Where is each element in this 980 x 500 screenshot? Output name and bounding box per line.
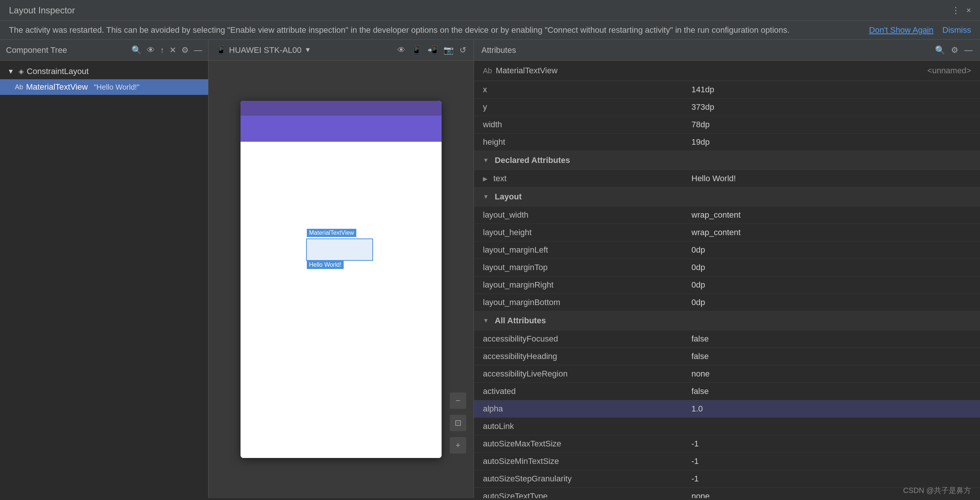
top-bar: Layout Inspector ⋮ × — [0, 0, 980, 21]
text-view-icon: Ab — [15, 83, 23, 91]
refresh-button[interactable]: ↺ — [460, 45, 466, 55]
search-attributes-button[interactable]: 🔍 — [935, 45, 945, 55]
attr-row-margin-bottom: layout_marginBottom 0dp — [474, 294, 980, 311]
attr-row-accessibility-heading: accessibilityHeading false — [474, 348, 980, 365]
phone-status-bar — [240, 101, 442, 116]
attr-val-autosize-max: -1 — [691, 439, 971, 449]
preview-side-tools: − ⊡ + — [450, 392, 466, 454]
center-toolbar-icons: 👁 📱 📲 📷 ↺ — [397, 45, 466, 55]
element-label-bottom: Hello World! — [307, 261, 344, 269]
attr-key-layout-width: layout_width — [483, 210, 691, 220]
attr-val-text: Hello World! — [691, 174, 971, 183]
attr-key-autosize-min: autoSizeMinTextSize — [483, 457, 691, 466]
info-banner: The activity was restarted. This can be … — [0, 21, 980, 40]
settings-button[interactable]: ⚙ — [181, 45, 189, 55]
attr-val-height: 19dp — [691, 137, 971, 147]
close-tree-button[interactable]: ✕ — [169, 45, 176, 55]
device-selector[interactable]: 📱 HUAWEI STK-AL00 ▼ — [216, 45, 311, 55]
more-options-button[interactable]: ⋮ — [951, 5, 960, 16]
attr-row-autosize-max: autoSizeMaxTextSize -1 — [474, 435, 980, 453]
attr-row-x: x 141dp — [474, 81, 980, 98]
top-bar-actions: ⋮ × — [951, 5, 971, 16]
view-badge: Ab — [483, 67, 492, 75]
zoom-in-button[interactable]: + — [450, 437, 466, 454]
attr-table: x 141dp y 373dp width 78dp height 19dp ▼… — [474, 81, 980, 498]
attr-val-width: 78dp — [691, 120, 971, 129]
attr-val-layout-height: wrap_content — [691, 228, 971, 237]
minimize-attributes-button[interactable]: — — [964, 45, 972, 55]
layout-button[interactable]: 📲 — [428, 45, 438, 55]
attr-val-margin-left: 0dp — [691, 245, 971, 255]
constraint-layout-label: ConstraintLayout — [27, 67, 89, 76]
section-all-label: ▼ All Attributes — [483, 316, 691, 325]
section-layout[interactable]: ▼ Layout — [474, 187, 980, 206]
attr-row-width: width 78dp — [474, 116, 980, 133]
zoom-out-button[interactable]: − — [450, 392, 466, 409]
attr-val-accessibility-live-region: none — [691, 369, 971, 379]
expand-text-icon: ▶ — [483, 175, 487, 182]
search-button[interactable]: 🔍 — [131, 45, 142, 55]
component-tree-header: Component Tree 🔍 👁 ↑ ✕ ⚙ — — [0, 40, 208, 60]
attr-row-autosize-step: autoSizeStepGranularity -1 — [474, 470, 980, 488]
attributes-panel-title: Attributes — [481, 45, 516, 55]
center-toolbar: 📱 HUAWEI STK-AL00 ▼ 👁 📱 📲 📷 ↺ — [208, 40, 474, 60]
fit-button[interactable]: ⊡ — [450, 415, 466, 431]
attr-key-autosize-step: autoSizeStepGranularity — [483, 474, 691, 484]
banner-text: The activity was restarted. This can be … — [9, 25, 869, 35]
attr-val-margin-right: 0dp — [691, 280, 971, 290]
attr-row-text: ▶ text Hello World! — [474, 170, 980, 187]
dont-show-again-link[interactable]: Don't Show Again — [869, 25, 934, 35]
preview-panel: 📱 HUAWEI STK-AL00 ▼ 👁 📱 📲 📷 ↺ MaterialTe… — [208, 40, 474, 498]
close-window-button[interactable]: × — [966, 6, 971, 15]
attr-key-x: x — [483, 85, 691, 95]
section-all-attributes[interactable]: ▼ All Attributes — [474, 311, 980, 330]
tree-item-constraint-layout[interactable]: ▼ ◈ ConstraintLayout — [0, 63, 208, 79]
attr-val-autosize-min: -1 — [691, 457, 971, 466]
constraint-layout-icon: ◈ — [19, 67, 24, 76]
component-tree-icons: 🔍 👁 ↑ ✕ ⚙ — — [131, 45, 202, 55]
dismiss-button[interactable]: Dismiss — [942, 25, 971, 35]
attr-key-text: ▶ text — [483, 174, 691, 183]
attr-key-accessibility-live-region: accessibilityLiveRegion — [483, 369, 691, 379]
attr-key-layout-height: layout_height — [483, 228, 691, 237]
section-toggle-icon: ▼ — [483, 157, 489, 164]
attr-key-margin-left: layout_marginLeft — [483, 245, 691, 255]
attr-row-accessibility-live-region: accessibilityLiveRegion none — [474, 365, 980, 383]
attr-row-margin-right: layout_marginRight 0dp — [474, 276, 980, 294]
unnamed-label: <unnamed> — [928, 66, 971, 76]
attr-key-autolink: autoLink — [483, 422, 691, 431]
phone-app-bar — [240, 116, 442, 142]
attr-key-width: width — [483, 120, 691, 129]
minimize-button[interactable]: — — [194, 45, 202, 55]
attr-key-accessibility-focused: accessibilityFocused — [483, 334, 691, 344]
selected-element-overlay[interactable]: MaterialTextView Hello World! — [306, 238, 373, 261]
text-view-value: "Hello World!" — [94, 83, 140, 92]
attr-row-autolink: autoLink — [474, 418, 980, 435]
attributes-panel-header: Attributes 🔍 ⚙ — — [474, 40, 980, 60]
section-declared-label: ▼ Declared Attributes — [483, 156, 691, 165]
attr-row-layout-height: layout_height wrap_content — [474, 224, 980, 241]
section-declared-attributes[interactable]: ▼ Declared Attributes — [474, 151, 980, 170]
main-layout: Component Tree 🔍 👁 ↑ ✕ ⚙ — ▼ ◈ Constrain… — [0, 40, 980, 498]
attr-subheader: Ab MaterialTextView <unnamed> — [474, 60, 980, 81]
preview-area: MaterialTextView Hello World! − ⊡ + — [208, 60, 474, 498]
attr-val-x: 141dp — [691, 85, 971, 95]
attr-row-margin-left: layout_marginLeft 0dp — [474, 241, 980, 259]
settings-attributes-button[interactable]: ⚙ — [951, 45, 958, 55]
attr-row-y: y 373dp — [474, 98, 980, 116]
expand-button[interactable]: ↑ — [160, 45, 164, 55]
watermark: CSDN @共子是鼻方 — [903, 486, 971, 495]
attr-key-height: height — [483, 137, 691, 147]
eye-button[interactable]: 👁 — [147, 45, 155, 55]
attr-key-autosize-type: autoSizeTextType — [483, 491, 691, 498]
eye-toggle-button[interactable]: 👁 — [397, 45, 406, 55]
screenshot-button[interactable]: 📷 — [444, 45, 453, 55]
attr-row-height: height 19dp — [474, 133, 980, 151]
tree-item-material-text-view[interactable]: Ab MaterialTextView "Hello World!" — [0, 79, 208, 95]
text-view-label: MaterialTextView — [26, 82, 88, 92]
component-tree-panel: Component Tree 🔍 👁 ↑ ✕ ⚙ — ▼ ◈ Constrain… — [0, 40, 208, 498]
attr-key-alpha: alpha — [483, 404, 691, 414]
phone-view-button[interactable]: 📱 — [411, 45, 422, 55]
component-tree-title: Component Tree — [6, 45, 67, 55]
attr-row-activated: activated false — [474, 383, 980, 400]
